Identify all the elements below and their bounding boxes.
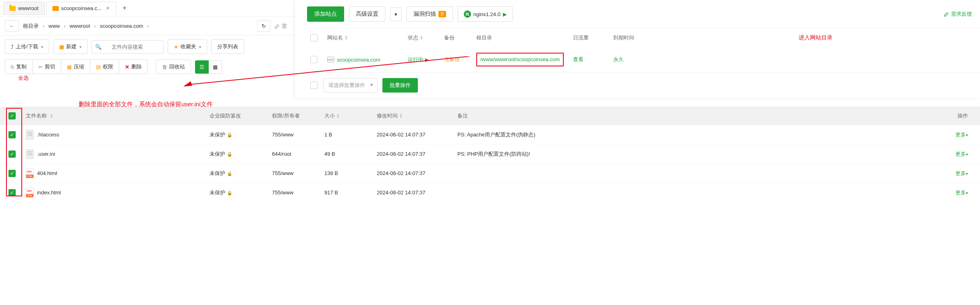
row-checkbox[interactable]: ✓ xyxy=(8,189,16,196)
file-permission[interactable]: 755/www xyxy=(272,170,324,176)
header-permission: 权限/所有者 xyxy=(272,112,324,120)
more-button[interactable]: 更多▾ xyxy=(955,151,968,157)
add-tab-button[interactable]: + xyxy=(118,2,132,15)
breadcrumb-item[interactable]: 根目录 xyxy=(21,21,41,31)
nginx-button[interactable]: N nginx1.24.0 ▶ xyxy=(458,6,513,22)
share-button[interactable]: 分享列表 xyxy=(211,39,244,54)
caret-down-icon: ▾ xyxy=(79,45,81,49)
file-name[interactable]: 404.html xyxy=(37,170,57,176)
header-time[interactable]: 修改时间 ▲▼ xyxy=(377,112,457,120)
compress-button[interactable]: ▦ 压缩 xyxy=(61,60,90,74)
header-checkbox[interactable] xyxy=(310,34,318,41)
table-row[interactable]: ✓ 404.html 未保护🔒 755/www 138 B 2024-06-02… xyxy=(0,164,980,183)
copy-button[interactable]: ⎘ 复制 xyxy=(5,60,33,74)
folder-add-icon: ▣ xyxy=(59,44,64,50)
play-icon: ▶ xyxy=(503,11,507,17)
breadcrumb-item[interactable]: www xyxy=(46,21,62,31)
site-name-link[interactable]: WAF scoopcoinsea.com xyxy=(327,57,408,63)
tab-wwwroot[interactable]: wwwroot xyxy=(3,2,45,15)
list-view-button[interactable]: ☰ xyxy=(195,60,209,74)
row-checkbox[interactable]: ✓ xyxy=(8,170,16,177)
batch-checkbox[interactable] xyxy=(310,82,318,89)
site-root-link[interactable]: /www/wwwroot/scoopcoinsea.com xyxy=(476,53,573,66)
recycle-button[interactable]: 🗑 回收站 xyxy=(156,60,191,74)
header-status[interactable]: 状态 ▲▼ xyxy=(408,34,444,41)
more-button[interactable]: 更多▾ xyxy=(955,132,968,138)
file-size: 1 B xyxy=(324,132,377,138)
header-backup: 备份 xyxy=(444,34,476,41)
caret-down-icon: ▾ xyxy=(394,11,397,17)
play-icon: ▶ xyxy=(425,57,429,63)
trash-icon: 🗑 xyxy=(162,64,167,70)
search-icon: 🔍 xyxy=(92,44,105,50)
advanced-dropdown[interactable]: ▾ xyxy=(390,7,402,21)
edit-icon xyxy=(274,23,280,29)
file-name[interactable]: .htaccess xyxy=(37,132,59,138)
row-checkbox[interactable]: ✓ xyxy=(8,150,16,158)
breadcrumb-item[interactable]: scoopcoinsea.com xyxy=(98,21,146,31)
file-time: 2024-06-02 14:07:37 xyxy=(377,170,457,176)
permission-button[interactable]: ▤ 权限 xyxy=(90,60,119,74)
table-row[interactable]: ✓ .htaccess 未保护🔒 755/www 1 B 2024-06-02 … xyxy=(0,125,980,144)
header-name[interactable]: 文件名称 ▲▼ xyxy=(24,112,210,120)
header-action: 操作 xyxy=(948,112,980,120)
batch-operation-row: 请选择批量操作 批量操作 xyxy=(303,72,980,98)
search-box[interactable]: 🔍 xyxy=(91,40,164,54)
header-traffic: 日流量 xyxy=(573,34,613,41)
header-expire: 到期时间 xyxy=(613,34,646,41)
site-expire-link[interactable]: 永久 xyxy=(613,56,646,63)
more-button[interactable]: 更多▾ xyxy=(955,170,968,176)
upload-button[interactable]: ⤴ 上传/下载 ▾ xyxy=(5,39,49,54)
waf-icon: WAF xyxy=(327,57,334,62)
key-icon: ▤ xyxy=(96,64,101,70)
table-row[interactable]: ✓ .user.ini 未保护🔒 644/root 49 B 2024-06-0… xyxy=(0,144,980,164)
back-button[interactable]: ← xyxy=(5,20,19,32)
advanced-settings-button[interactable]: 高级设置 xyxy=(349,6,385,22)
table-row[interactable]: ✓ index.html 未保护🔒 755/www 917 B 2024-06-… xyxy=(0,183,980,202)
feedback-link[interactable]: 需求反馈 xyxy=(944,10,972,18)
header-size[interactable]: 大小 ▲▼ xyxy=(324,112,377,120)
vulnerability-scan-button[interactable]: 漏洞扫描 0 xyxy=(407,6,453,22)
site-manager-panel: 添加站点 高级设置 ▾ 漏洞扫描 0 N nginx1.24.0 ▶ 需求反馈 … xyxy=(295,0,980,98)
new-button[interactable]: ▣ 新建 ▾ xyxy=(53,39,87,54)
chevron-right-icon: › xyxy=(94,23,96,29)
chevron-right-icon: › xyxy=(147,23,149,29)
file-name[interactable]: index.html xyxy=(37,190,61,196)
row-checkbox[interactable]: ✓ xyxy=(8,131,16,138)
refresh-button[interactable]: ↻ xyxy=(257,20,270,32)
file-size: 917 B xyxy=(324,190,377,196)
grid-view-button[interactable]: ▦ xyxy=(209,60,222,74)
file-name[interactable]: .user.ini xyxy=(37,151,55,157)
batch-select[interactable]: 请选择批量操作 xyxy=(323,78,378,93)
lock-icon: 🔒 xyxy=(227,171,233,176)
upload-icon: ⤴ xyxy=(11,44,14,50)
favorites-button[interactable]: ★ 收藏夹 ▾ xyxy=(168,39,207,54)
site-backup-link[interactable]: 无备份 xyxy=(444,56,476,63)
caret-down-icon: ▾ xyxy=(41,45,43,49)
add-site-button[interactable]: 添加站点 xyxy=(307,6,344,22)
annotation-delete-note: 删除里面的全部文件，系统会自动保留user.ini文件 xyxy=(79,101,213,108)
file-permission[interactable]: 644/root xyxy=(272,151,324,157)
cut-button[interactable]: ✂ 剪切 xyxy=(33,60,61,74)
search-input[interactable] xyxy=(107,41,163,53)
html-file-icon xyxy=(26,169,34,178)
delete-icon: ✕ xyxy=(125,64,129,70)
sort-icon: ▲▼ xyxy=(399,113,403,118)
file-permission[interactable]: 755/www xyxy=(272,190,324,196)
breadcrumb-extra[interactable]: 需 xyxy=(272,21,289,31)
header-checkbox[interactable]: ✓ xyxy=(0,112,24,120)
header-site-name[interactable]: 网站名 ▲▼ xyxy=(327,34,408,41)
site-traffic-link[interactable]: 查看 xyxy=(573,56,613,63)
sort-icon: ▲▼ xyxy=(336,113,340,118)
row-checkbox[interactable] xyxy=(310,56,318,63)
more-button[interactable]: 更多▾ xyxy=(955,190,968,196)
close-icon[interactable]: ✕ xyxy=(106,5,110,11)
breadcrumb-item[interactable]: wwwroot xyxy=(67,21,93,31)
batch-operation-button[interactable]: 批量操作 xyxy=(382,78,418,93)
vuln-count-badge: 0 xyxy=(438,11,446,17)
delete-button[interactable]: ✕ 删除 xyxy=(119,60,148,74)
file-permission[interactable]: 755/www xyxy=(272,132,324,138)
tab-site[interactable]: scoopcoinsea.c... ✕ xyxy=(46,2,116,15)
toolbar-secondary: ⎘ 复制 ✂ 剪切 ▦ 压缩 ▤ 权限 ✕ 删除 🗑 回收站 ☰ ▦ xyxy=(0,58,294,76)
site-status[interactable]: 运行中 ▶ xyxy=(408,56,444,63)
